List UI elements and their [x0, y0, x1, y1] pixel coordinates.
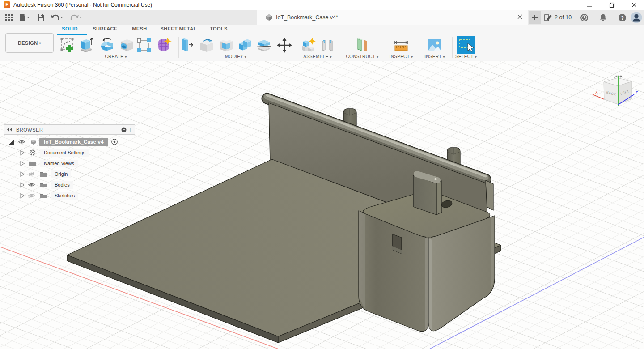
press-pull-button[interactable]	[178, 36, 196, 55]
shell-icon	[218, 37, 234, 53]
help-icon: ?	[618, 13, 627, 22]
expand-arrow-icon[interactable]	[8, 139, 15, 145]
document-tab[interactable]: IoT_Bookmark_Case v4*	[257, 10, 528, 25]
version-edit-icon	[544, 14, 552, 21]
scene-svg: BACK LEFT X Z	[0, 61, 644, 349]
visibility-eye-off-icon[interactable]	[28, 171, 35, 177]
tab-surface[interactable]: SURFACE	[93, 26, 117, 35]
new-component-button[interactable]	[299, 36, 318, 55]
browser-item-bodies[interactable]: Bodies	[4, 179, 135, 190]
group-separator	[384, 37, 384, 58]
svg-text:?: ?	[620, 15, 623, 20]
document-cube-icon	[265, 14, 273, 21]
create-form-button[interactable]	[154, 36, 173, 55]
browser-root-row[interactable]: IoT_Bookmark_Case v4	[4, 136, 135, 147]
visibility-eye-icon[interactable]	[28, 182, 35, 187]
select-window-button[interactable]	[457, 36, 475, 55]
double-chevron-left-icon[interactable]	[7, 127, 13, 132]
active-tool-indicator	[61, 34, 87, 35]
viewport-canvas[interactable]: BACK LEFT X Z BROWSER ‖	[0, 61, 644, 349]
create-sketch-icon	[60, 37, 76, 53]
browser-item-label[interactable]: Sketches	[51, 192, 78, 200]
notifications-button[interactable]	[597, 11, 608, 24]
create-sketch-button[interactable]	[59, 36, 77, 55]
activate-component-icon[interactable]	[111, 138, 118, 145]
job-status-button[interactable]	[579, 11, 589, 24]
account-button[interactable]	[630, 11, 643, 24]
collapse-arrow-icon[interactable]	[20, 161, 25, 166]
version-badge[interactable]: 2 of 10	[544, 12, 572, 23]
tab-tools[interactable]: TOOLS	[210, 26, 228, 35]
new-tab-button[interactable]	[529, 11, 541, 24]
rectangular-pattern-icon	[136, 37, 152, 53]
rectangular-pattern-button[interactable]	[135, 36, 153, 55]
collapse-arrow-icon[interactable]	[20, 182, 25, 188]
file-menu-button[interactable]	[17, 11, 32, 24]
group-label-assemble[interactable]: ASSEMBLE	[303, 54, 332, 59]
apps-grid-icon	[5, 13, 13, 21]
measure-button[interactable]	[392, 36, 411, 55]
press-pull-icon	[179, 37, 195, 53]
browser-item-sketches[interactable]: Sketches	[4, 190, 135, 201]
revolve-button[interactable]	[98, 36, 117, 55]
save-button[interactable]	[36, 11, 46, 24]
group-label-modify[interactable]: MODIFY	[225, 54, 246, 59]
apps-grid-button[interactable]	[4, 11, 14, 24]
split-body-button[interactable]	[254, 36, 273, 55]
document-tab-close-button[interactable]	[515, 13, 524, 22]
viewcube-z-label[interactable]: Z	[636, 90, 638, 95]
shell-button[interactable]	[217, 36, 236, 55]
workspace-selector[interactable]: DESIGN	[5, 33, 54, 53]
browser-item-document-settings[interactable]: Document Settings	[4, 147, 135, 158]
new-component-icon	[301, 37, 317, 53]
insert-image-button[interactable]	[425, 36, 444, 55]
browser-item-origin[interactable]: Origin	[4, 169, 135, 179]
browser-item-label[interactable]: Named Views	[40, 160, 78, 167]
group-label-inspect[interactable]: INSPECT	[390, 54, 413, 59]
group-label-insert[interactable]: INSERT	[424, 54, 445, 59]
chevron-down-icon	[79, 13, 83, 21]
minimize-button[interactable]	[580, 0, 598, 10]
version-badge-text: 2 of 10	[555, 14, 572, 21]
hole-icon	[119, 37, 135, 53]
hole-button[interactable]	[118, 36, 136, 55]
redo-icon	[70, 13, 79, 21]
close-icon	[517, 14, 522, 19]
chevron-down-icon	[60, 13, 64, 21]
panel-grip-icon[interactable]: ‖	[129, 127, 132, 132]
help-button[interactable]: ?	[617, 11, 627, 24]
fillet-button[interactable]	[197, 36, 216, 55]
browser-item-label[interactable]: Origin	[51, 170, 71, 178]
split-body-icon	[256, 37, 272, 53]
group-label-select[interactable]: SELECT	[455, 54, 477, 59]
combine-button[interactable]	[236, 36, 254, 55]
tab-mesh[interactable]: MESH	[132, 26, 147, 35]
restore-button[interactable]	[603, 0, 621, 10]
redo-button[interactable]	[68, 11, 84, 24]
browser-item-label[interactable]: Bodies	[51, 181, 73, 189]
viewcube-x-label[interactable]: X	[595, 90, 598, 94]
visibility-eye-off-icon[interactable]	[28, 193, 35, 198]
move-copy-button[interactable]	[275, 36, 294, 55]
ribbon: DESIGN SOLID SURFACE MESH SHEET METAL TO…	[0, 25, 644, 61]
undo-button[interactable]	[49, 11, 65, 24]
collapse-arrow-icon[interactable]	[20, 171, 25, 177]
group-label-construct[interactable]: CONSTRUCT	[346, 54, 379, 59]
tab-sheet-metal[interactable]: SHEET METAL	[160, 26, 196, 35]
group-label-create[interactable]: CREATE	[105, 54, 127, 59]
browser-item-named-views[interactable]: Named Views	[4, 158, 135, 169]
document-cube-icon	[29, 138, 38, 146]
visibility-eye-icon[interactable]	[18, 139, 25, 145]
joint-button[interactable]	[318, 36, 337, 55]
collapse-arrow-icon[interactable]	[20, 150, 25, 156]
browser-root-label[interactable]: IoT_Bookmark_Case v4	[39, 138, 108, 146]
close-button[interactable]	[625, 0, 643, 10]
construct-plane-button[interactable]	[353, 36, 372, 55]
browser-header[interactable]: BROWSER ‖	[4, 124, 135, 135]
browser-item-label[interactable]: Document Settings	[40, 149, 89, 157]
file-icon	[19, 13, 26, 21]
remove-panel-icon[interactable]	[121, 127, 127, 132]
extrude-icon	[79, 37, 95, 53]
extrude-button[interactable]	[77, 36, 96, 55]
collapse-arrow-icon[interactable]	[20, 193, 25, 199]
